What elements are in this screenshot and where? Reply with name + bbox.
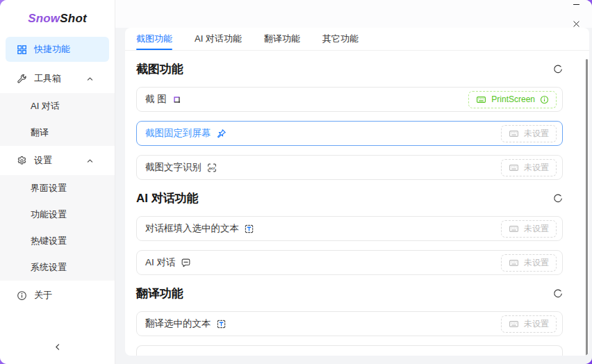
hotkey-label: PrintScreen bbox=[491, 94, 535, 104]
hotkey-button[interactable]: 未设置 bbox=[501, 125, 557, 142]
logo-shot: Shot bbox=[60, 12, 87, 25]
keyboard-icon bbox=[509, 224, 519, 234]
sidebar-item-label: AI 对话 bbox=[31, 100, 60, 113]
info-icon bbox=[17, 290, 27, 301]
section-title: 截图功能 bbox=[136, 60, 183, 78]
ocr-icon: ocr bbox=[206, 163, 217, 173]
keyboard-icon bbox=[476, 94, 486, 105]
hotkey-button[interactable]: 未设置 bbox=[501, 159, 557, 176]
hotkey-label: 未设置 bbox=[524, 257, 549, 269]
sidebar-collapse-button[interactable] bbox=[44, 339, 72, 357]
spinner-icon[interactable] bbox=[553, 194, 563, 204]
keyboard-icon bbox=[509, 129, 519, 139]
tab-1[interactable]: AI 对话功能 bbox=[195, 28, 242, 50]
tab-2[interactable]: 翻译功能 bbox=[264, 28, 300, 50]
keyboard-icon bbox=[509, 319, 519, 329]
keyboard-icon bbox=[509, 258, 519, 268]
sidebar-item-label: 界面设置 bbox=[31, 182, 67, 195]
hotkey-row-label: 截图文字识别 bbox=[145, 161, 202, 174]
hotkey-label: 未设置 bbox=[524, 318, 549, 330]
hotkey-row[interactable]: 对话框填入选中的文本未设置 bbox=[136, 216, 563, 241]
chevron-up-icon bbox=[86, 75, 94, 83]
logo-snow: Snow bbox=[28, 12, 60, 25]
hotkey-button[interactable]: 未设置 bbox=[501, 220, 557, 238]
app-logo: SnowShot bbox=[0, 0, 115, 35]
hotkey-row-label: 截图固定到屏幕 bbox=[145, 127, 211, 140]
sidebar-item-6[interactable]: 功能设置 bbox=[0, 201, 115, 228]
hotkey-button[interactable]: 未设置 bbox=[501, 315, 557, 333]
chevron-up-icon bbox=[86, 157, 94, 165]
sidebar-item-8[interactable]: 系统设置 bbox=[0, 254, 115, 281]
sidebar-item-label: 关于 bbox=[34, 289, 52, 301]
sidebar-menu: 快捷功能工具箱AI 对话翻译设置界面设置功能设置热键设置系统设置关于 bbox=[0, 35, 115, 339]
sidebar: SnowShot 快捷功能工具箱AI 对话翻译设置界面设置功能设置热键设置系统设… bbox=[0, 0, 115, 364]
hotkey-section: 翻译功能翻译选中的文本未设置 bbox=[136, 285, 563, 356]
sidebar-item-label: 热键设置 bbox=[31, 235, 67, 247]
sidebar-item-label: 设置 bbox=[34, 154, 52, 167]
partial-row bbox=[136, 345, 563, 356]
hotkey-row[interactable]: AI 对话未设置 bbox=[136, 250, 563, 275]
vertical-scrollbar[interactable] bbox=[586, 59, 588, 356]
sidebar-item-1[interactable]: 工具箱 bbox=[6, 66, 109, 91]
select-text-icon bbox=[244, 224, 254, 234]
tab-0[interactable]: 截图功能 bbox=[136, 28, 172, 50]
tab-label: 翻译功能 bbox=[264, 33, 300, 45]
tab-label: AI 对话功能 bbox=[195, 33, 242, 45]
section-title: 翻译功能 bbox=[136, 285, 183, 303]
hotkey-row-label: 截 图 bbox=[145, 93, 167, 106]
select-text-icon bbox=[216, 319, 227, 329]
sidebar-item-9[interactable]: 关于 bbox=[6, 283, 109, 308]
sidebar-item-4[interactable]: 设置 bbox=[6, 148, 109, 173]
sidebar-item-7[interactable]: 热键设置 bbox=[0, 228, 115, 254]
settings-card: 截图功能AI 对话功能翻译功能其它功能 截图功能截 图PrintScreen截图… bbox=[125, 28, 589, 356]
sidebar-item-label: 工具箱 bbox=[34, 72, 61, 85]
hotkey-label: 未设置 bbox=[524, 128, 549, 140]
chat-icon bbox=[181, 258, 191, 268]
chevron-left-icon bbox=[53, 342, 62, 354]
sidebar-item-label: 功能设置 bbox=[31, 208, 67, 221]
hotkey-button[interactable]: PrintScreen bbox=[468, 91, 557, 108]
tab-label: 其它功能 bbox=[322, 33, 359, 45]
sidebar-item-label: 翻译 bbox=[31, 126, 49, 139]
window-titlebar[interactable] bbox=[115, 0, 592, 28]
crop-icon bbox=[172, 94, 182, 105]
hotkey-label: 未设置 bbox=[524, 223, 549, 235]
hotkey-label: 未设置 bbox=[524, 162, 549, 174]
sidebar-item-2[interactable]: AI 对话 bbox=[0, 93, 115, 119]
hotkey-row[interactable]: 截图文字识别ocr未设置 bbox=[136, 155, 563, 180]
sidebar-item-3[interactable]: 翻译 bbox=[0, 119, 115, 146]
sidebar-item-5[interactable]: 界面设置 bbox=[0, 175, 115, 201]
svg-text:ocr: ocr bbox=[209, 165, 215, 169]
spinner-icon[interactable] bbox=[553, 289, 563, 299]
app-window: SnowShot 快捷功能工具箱AI 对话翻译设置界面设置功能设置热键设置系统设… bbox=[0, 0, 592, 364]
hotkey-row[interactable]: 截 图PrintScreen bbox=[136, 87, 563, 112]
gear-icon bbox=[17, 156, 27, 166]
main-area: 截图功能AI 对话功能翻译功能其它功能 截图功能截 图PrintScreen截图… bbox=[115, 0, 592, 364]
pin-icon bbox=[216, 129, 227, 139]
hotkey-content: 截图功能截 图PrintScreen截图固定到屏幕未设置截图文字识别ocr未设置… bbox=[125, 60, 589, 356]
tab-3[interactable]: 其它功能 bbox=[322, 28, 359, 50]
keyboard-icon bbox=[509, 163, 519, 173]
tool-icon bbox=[17, 74, 27, 84]
tab-bar: 截图功能AI 对话功能翻译功能其它功能 bbox=[125, 28, 589, 51]
hotkey-section: 截图功能截 图PrintScreen截图固定到屏幕未设置截图文字识别ocr未设置 bbox=[136, 60, 563, 180]
hotkey-row[interactable]: 翻译选中的文本未设置 bbox=[136, 311, 563, 336]
appstore-icon bbox=[17, 44, 27, 55]
hotkey-row-label: AI 对话 bbox=[145, 256, 176, 269]
spinner-icon[interactable] bbox=[553, 65, 563, 74]
sidebar-item-label: 系统设置 bbox=[31, 261, 67, 274]
sidebar-item-label: 快捷功能 bbox=[34, 43, 70, 56]
hotkey-button[interactable]: 未设置 bbox=[501, 254, 557, 272]
tab-label: 截图功能 bbox=[136, 33, 172, 45]
sidebar-item-0[interactable]: 快捷功能 bbox=[6, 37, 109, 62]
hotkey-row-label: 翻译选中的文本 bbox=[145, 317, 211, 330]
hotkey-section: AI 对话功能对话框填入选中的文本未设置AI 对话未设置 bbox=[136, 190, 563, 275]
minimize-button[interactable] bbox=[566, 0, 586, 14]
hotkey-row[interactable]: 截图固定到屏幕未设置 bbox=[136, 121, 563, 146]
section-title: AI 对话功能 bbox=[136, 190, 199, 208]
info-circle-icon bbox=[540, 95, 549, 104]
hotkey-row-label: 对话框填入选中的文本 bbox=[145, 222, 239, 235]
